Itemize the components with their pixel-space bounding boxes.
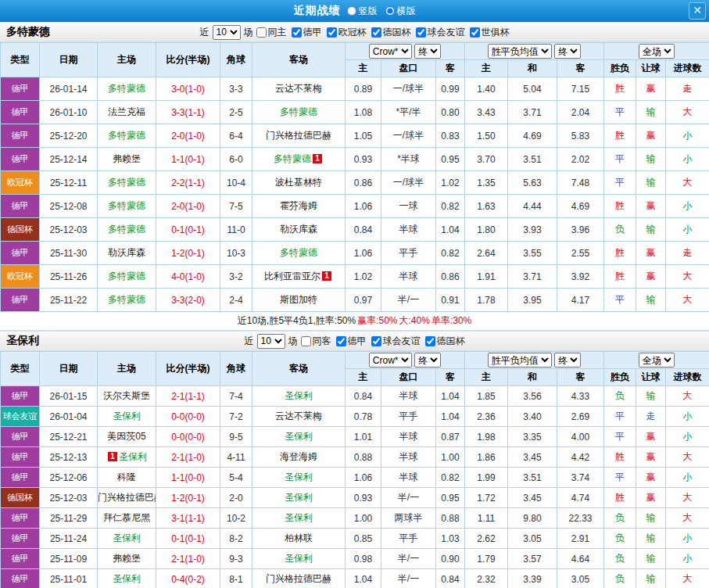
avg-home: 2.62: [465, 529, 508, 549]
filter-bar: 近 10 场 同客德甲球会友谊德国杯: [245, 334, 465, 349]
filter-checkbox-input[interactable]: [371, 27, 381, 38]
corner-score: 7-2: [220, 407, 252, 427]
scope-select[interactable]: 全场: [639, 44, 675, 59]
team-label: 圣保利: [285, 492, 313, 503]
league-badge: 德甲: [1, 242, 40, 265]
avg-draw: 3.35: [508, 427, 557, 447]
match-date: 25-12-06: [40, 468, 98, 488]
match-score: 4-0(1-0): [156, 265, 220, 289]
result-handicap: 输: [636, 148, 666, 171]
match-date: 25-12-20: [40, 124, 98, 148]
result-handicap: 赢: [636, 195, 666, 218]
avg-final-select[interactable]: 终: [554, 44, 581, 59]
match-date: 25-12-14: [40, 148, 98, 171]
filter-checkbox-德甲[interactable]: 德甲: [292, 26, 322, 39]
filter-checkbox-input[interactable]: [470, 27, 480, 38]
odds-header-cell: Crow* 终: [346, 43, 465, 60]
panel-title: 近期战绩: [294, 4, 341, 18]
col-sub-让球: 让球: [636, 369, 666, 386]
rows-body: 德甲26-01-14多特蒙德3-0(1-0)3-3云达不莱梅0.89一/球半0.…: [1, 77, 709, 312]
league-badge: 德甲: [1, 529, 40, 549]
avg-final-select[interactable]: 终: [554, 353, 581, 368]
odds-away: 0.99: [436, 77, 465, 101]
odds-company-select[interactable]: Crow*: [369, 44, 412, 59]
filter-checkbox-球会友谊[interactable]: 球会友谊: [371, 335, 421, 348]
corner-score: 7-5: [220, 195, 252, 218]
odds-final-select[interactable]: 终: [414, 353, 441, 368]
match-row: 球会友谊26-01-04圣保利0-0(0-0)7-2云达不莱梅0.78平手1.0…: [1, 407, 709, 427]
home-team-cell: 圣保利: [98, 529, 156, 549]
match-date: 25-11-09: [40, 549, 98, 569]
result-handicap: 赢: [636, 77, 666, 101]
layout-radio-input[interactable]: [347, 6, 356, 16]
filter-checkbox-德甲[interactable]: 德甲: [336, 335, 367, 348]
layout-radio-option[interactable]: 横版: [385, 5, 416, 18]
avg-header-cell: 胜平负均值 终: [465, 43, 604, 60]
filter-checkbox-input[interactable]: [336, 336, 346, 346]
filter-checkbox-input[interactable]: [301, 336, 311, 346]
avg-draw: 3.71: [508, 265, 557, 289]
avg-draw: 3.51: [508, 468, 557, 488]
team-label: 美因茨05: [107, 431, 145, 442]
layout-radio-option[interactable]: 竖版: [347, 5, 378, 18]
layout-radio-input[interactable]: [385, 6, 395, 16]
filter-checkbox-input[interactable]: [371, 336, 381, 346]
col-corner: 角球: [220, 352, 252, 386]
filter-checkbox-同客[interactable]: 同客: [301, 335, 331, 348]
avg-home: 1.85: [465, 386, 508, 407]
filter-checkbox-德国杯[interactable]: 德国杯: [425, 335, 465, 348]
result-outcome: 胜: [604, 488, 636, 508]
result-goals: 大: [666, 569, 709, 588]
odds-home: 0.93: [346, 148, 381, 171]
filter-checkbox-德国杯[interactable]: 德国杯: [371, 26, 411, 39]
filter-checkboxes: 同客德甲球会友谊德国杯: [301, 335, 465, 348]
result-goals: 大: [666, 265, 709, 289]
result-goals: 小: [666, 427, 709, 447]
away-team-cell: 勒沃库森: [252, 218, 346, 242]
avg-home: 1.35: [465, 171, 508, 195]
home-team-cell: 弗赖堡: [98, 148, 156, 171]
match-count-select[interactable]: 10: [257, 334, 285, 349]
col-type: 类型: [1, 352, 40, 386]
col-sub-主: 主: [346, 369, 381, 386]
away-team-cell: 圣保利: [252, 549, 346, 569]
filter-checkbox-input[interactable]: [256, 27, 267, 38]
corner-score: 3-2: [220, 265, 252, 289]
odds-handicap: 半球: [381, 218, 436, 242]
filter-checkbox-球会友谊[interactable]: 球会友谊: [416, 26, 465, 39]
team-label: 圣保利: [285, 390, 313, 401]
filter-checkbox-欧冠杯[interactable]: 欧冠杯: [327, 26, 367, 39]
match-score: 3-0(1-0): [156, 77, 220, 101]
match-score: 0-1(0-1): [156, 218, 220, 242]
team-label: 多特蒙德: [108, 130, 145, 141]
col-sub-客: 客: [557, 60, 604, 77]
filter-checkbox-input[interactable]: [416, 27, 426, 38]
match-row: 德甲25-12-06科隆1-1(0-0)5-4圣保利1.06半球0.821.99…: [1, 468, 709, 488]
team-label: 圣保利: [285, 553, 313, 564]
filter-checkbox-同主[interactable]: 同主: [256, 26, 287, 39]
close-button[interactable]: ✕: [689, 2, 706, 20]
match-date: 25-11-30: [40, 242, 98, 265]
avg-away: 2.02: [557, 148, 604, 171]
odds-company-select[interactable]: Crow*: [369, 353, 412, 368]
avg-away: 2.91: [557, 529, 604, 549]
home-team-cell: 美因茨05: [98, 427, 156, 447]
odds-away: 0.90: [436, 549, 465, 569]
avg-draw: 5.04: [508, 77, 557, 101]
odds-away: 0.95: [436, 488, 465, 508]
match-score: 0-1(0-1): [156, 529, 220, 549]
odds-final-select[interactable]: 终: [414, 44, 441, 59]
match-count-select[interactable]: 10: [213, 25, 241, 40]
filter-checkbox-input[interactable]: [425, 336, 435, 346]
filter-checkbox-input[interactable]: [292, 27, 302, 38]
team-label: 勒沃库森: [108, 247, 145, 258]
filter-checkbox-世俱杯[interactable]: 世俱杯: [470, 26, 510, 39]
filter-checkbox-input[interactable]: [327, 27, 337, 38]
avg-type-select[interactable]: 胜平负均值: [488, 44, 552, 59]
match-date: 25-11-29: [40, 508, 98, 529]
result-goals: 小: [666, 195, 709, 218]
col-sub-胜负: 胜负: [604, 60, 636, 77]
scope-select[interactable]: 全场: [639, 353, 675, 368]
result-goals: 大: [666, 488, 709, 508]
avg-type-select[interactable]: 胜平负均值: [488, 353, 552, 368]
